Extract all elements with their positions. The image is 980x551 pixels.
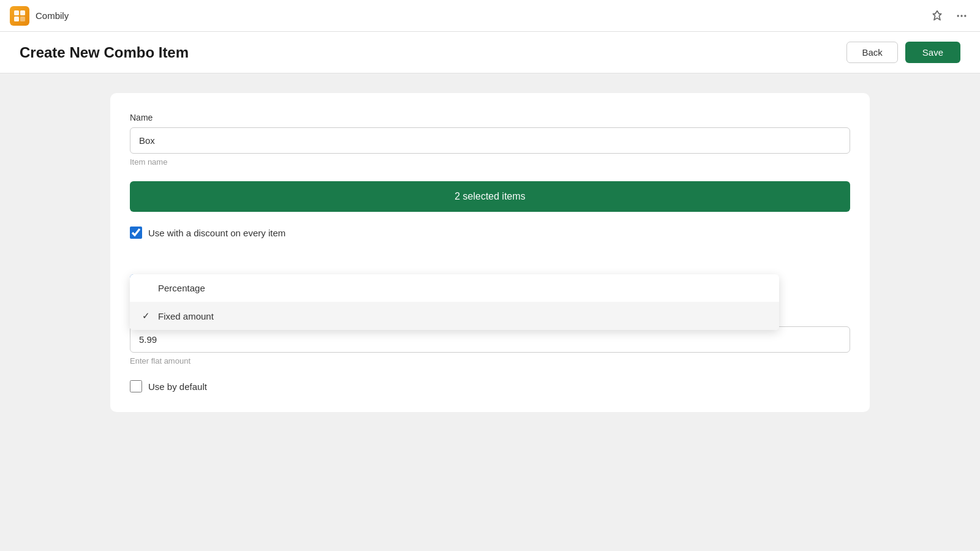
use-by-default-row: Use by default: [130, 380, 850, 392]
svg-rect-3: [20, 17, 25, 21]
page-title: Create New Combo Item: [20, 44, 189, 61]
header-actions: Back Save: [846, 42, 960, 63]
dropdown-item-percentage[interactable]: Percentage: [130, 274, 779, 302]
app-icon: [10, 6, 29, 26]
percentage-option-label: Percentage: [158, 283, 205, 293]
svg-point-5: [960, 15, 962, 17]
svg-point-6: [964, 15, 966, 17]
name-input[interactable]: [130, 127, 850, 154]
back-button[interactable]: Back: [846, 42, 897, 63]
page-header: Create New Combo Item Back Save: [0, 32, 980, 73]
discount-checkbox-label[interactable]: Use with a discount on every item: [148, 228, 285, 238]
name-hint: Item name: [130, 157, 850, 167]
topbar: Combily: [0, 0, 980, 32]
dropdown-menu: Percentage ✓ Fixed amount: [130, 274, 779, 330]
value-hint: Enter flat amount: [130, 356, 850, 365]
save-button[interactable]: Save: [905, 42, 960, 63]
dropdown-item-fixed[interactable]: ✓ Fixed amount: [130, 302, 779, 330]
name-label: Name: [130, 113, 850, 122]
svg-point-4: [957, 15, 959, 17]
topbar-left: Combily: [10, 6, 69, 26]
pin-button[interactable]: [929, 7, 946, 24]
use-by-default-label[interactable]: Use by default: [148, 381, 207, 392]
discount-checkbox-row: Use with a discount on every item: [130, 227, 850, 239]
svg-rect-2: [14, 17, 19, 21]
form-card: Name Item name 2 selected items Use with…: [110, 93, 870, 412]
use-by-default-checkbox[interactable]: [130, 380, 142, 392]
svg-rect-0: [14, 10, 19, 15]
svg-rect-1: [20, 10, 25, 15]
main-content: Name Item name 2 selected items Use with…: [0, 73, 980, 551]
fixed-option-label: Fixed amount: [158, 311, 214, 321]
discount-type-area: Percentage ✓ Fixed amount Percentage Fix…: [130, 274, 850, 302]
fixed-checkmark: ✓: [142, 310, 152, 321]
topbar-right: [929, 7, 970, 24]
name-field-group: Name Item name: [130, 113, 850, 167]
app-name: Combily: [36, 10, 69, 21]
discount-checkbox[interactable]: [130, 227, 142, 239]
value-input[interactable]: [130, 326, 850, 353]
selected-items-button[interactable]: 2 selected items: [130, 181, 850, 212]
more-button[interactable]: [953, 7, 970, 24]
